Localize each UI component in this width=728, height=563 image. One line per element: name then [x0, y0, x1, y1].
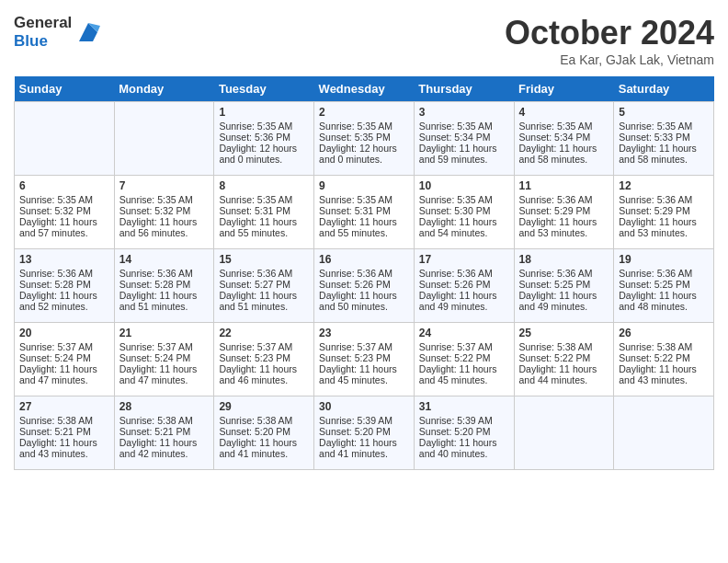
day-info: Daylight: 11 hours: [219, 437, 309, 448]
day-info: Sunrise: 5:36 AM: [519, 268, 609, 279]
day-info: and 59 minutes.: [419, 154, 509, 165]
calendar-cell: 11Sunrise: 5:36 AMSunset: 5:29 PMDayligh…: [514, 176, 614, 249]
calendar-cell: 30Sunrise: 5:39 AMSunset: 5:20 PMDayligh…: [314, 396, 415, 470]
day-info: Sunrise: 5:36 AM: [519, 194, 609, 205]
day-number: 4: [519, 106, 609, 119]
day-info: Daylight: 11 hours: [419, 437, 509, 448]
day-number: 26: [619, 327, 709, 339]
day-info: Sunrise: 5:37 AM: [319, 341, 409, 352]
day-info: Daylight: 11 hours: [319, 363, 409, 374]
day-info: Daylight: 11 hours: [319, 290, 409, 301]
day-info: and 43 minutes.: [619, 374, 709, 385]
day-info: Daylight: 11 hours: [419, 363, 509, 374]
day-info: and 55 minutes.: [319, 227, 409, 238]
day-info: Daylight: 12 hours: [319, 143, 409, 154]
day-number: 3: [419, 106, 509, 119]
logo-text: General Blue: [14, 14, 102, 52]
day-number: 23: [319, 327, 409, 339]
weekday-header-thursday: Thursday: [414, 76, 514, 102]
day-info: and 51 minutes.: [219, 301, 309, 312]
calendar-cell: [514, 396, 614, 470]
calendar-week-3: 13Sunrise: 5:36 AMSunset: 5:28 PMDayligh…: [15, 249, 714, 323]
day-info: Sunset: 5:23 PM: [219, 352, 309, 363]
day-info: and 45 minutes.: [319, 374, 409, 385]
calendar-cell: 27Sunrise: 5:38 AMSunset: 5:21 PMDayligh…: [15, 396, 115, 470]
day-info: Sunset: 5:34 PM: [419, 132, 509, 143]
day-info: Sunrise: 5:36 AM: [19, 268, 109, 279]
day-number: 1: [219, 106, 309, 119]
calendar-cell: 20Sunrise: 5:37 AMSunset: 5:24 PMDayligh…: [15, 323, 115, 396]
day-number: 24: [419, 327, 509, 339]
day-info: Daylight: 11 hours: [19, 363, 109, 374]
day-info: Sunset: 5:29 PM: [619, 205, 709, 216]
day-info: and 53 minutes.: [519, 227, 609, 238]
calendar-cell: 14Sunrise: 5:36 AMSunset: 5:28 PMDayligh…: [114, 249, 214, 323]
day-number: 13: [19, 253, 109, 266]
weekday-header-friday: Friday: [514, 76, 614, 102]
calendar-header: SundayMondayTuesdayWednesdayThursdayFrid…: [15, 76, 714, 102]
day-number: 12: [619, 179, 709, 192]
day-info: Sunrise: 5:38 AM: [519, 341, 609, 352]
day-info: Sunset: 5:20 PM: [419, 426, 509, 437]
day-info: Sunrise: 5:37 AM: [219, 341, 309, 352]
day-info: Daylight: 11 hours: [419, 290, 509, 301]
calendar-cell: 13Sunrise: 5:36 AMSunset: 5:28 PMDayligh…: [15, 249, 115, 323]
day-number: 29: [219, 400, 309, 413]
day-info: Sunrise: 5:39 AM: [319, 415, 409, 426]
logo: General Blue: [14, 14, 102, 52]
day-info: Daylight: 11 hours: [119, 290, 210, 301]
calendar-cell: 28Sunrise: 5:38 AMSunset: 5:21 PMDayligh…: [114, 396, 214, 470]
day-info: Sunset: 5:21 PM: [19, 426, 109, 437]
day-info: Sunset: 5:24 PM: [119, 352, 210, 363]
day-number: 18: [519, 253, 609, 266]
day-info: Sunset: 5:30 PM: [419, 205, 509, 216]
day-info: Daylight: 11 hours: [219, 290, 309, 301]
day-info: Sunset: 5:36 PM: [219, 132, 309, 143]
day-info: Daylight: 11 hours: [119, 437, 210, 448]
day-number: 6: [19, 179, 109, 192]
calendar-week-4: 20Sunrise: 5:37 AMSunset: 5:24 PMDayligh…: [15, 323, 714, 396]
day-info: and 41 minutes.: [219, 448, 309, 459]
day-number: 17: [419, 253, 509, 266]
day-info: Sunrise: 5:36 AM: [619, 194, 709, 205]
day-number: 19: [619, 253, 709, 266]
calendar-cell: [114, 102, 214, 176]
day-info: and 50 minutes.: [319, 301, 409, 312]
day-info: Daylight: 11 hours: [119, 363, 210, 374]
day-info: and 44 minutes.: [519, 374, 609, 385]
day-info: Sunset: 5:33 PM: [619, 132, 709, 143]
calendar-table: SundayMondayTuesdayWednesdayThursdayFrid…: [14, 76, 714, 470]
day-number: 8: [219, 179, 309, 192]
calendar-cell: 12Sunrise: 5:36 AMSunset: 5:29 PMDayligh…: [614, 176, 714, 249]
day-number: 30: [319, 400, 409, 413]
day-info: Sunrise: 5:37 AM: [119, 341, 210, 352]
day-info: and 58 minutes.: [519, 154, 609, 165]
day-info: Sunrise: 5:39 AM: [419, 415, 509, 426]
day-number: 20: [19, 327, 109, 339]
weekday-header-monday: Monday: [114, 76, 214, 102]
day-info: and 49 minutes.: [419, 301, 509, 312]
day-info: Sunrise: 5:36 AM: [319, 268, 409, 279]
day-info: and 47 minutes.: [119, 374, 210, 385]
day-info: and 57 minutes.: [19, 227, 109, 238]
day-info: Sunrise: 5:35 AM: [219, 194, 309, 205]
day-info: Sunset: 5:29 PM: [519, 205, 609, 216]
day-info: Daylight: 11 hours: [619, 143, 709, 154]
calendar-cell: 4Sunrise: 5:35 AMSunset: 5:34 PMDaylight…: [514, 102, 614, 176]
calendar-body: 1Sunrise: 5:35 AMSunset: 5:36 PMDaylight…: [15, 102, 714, 470]
day-number: 11: [519, 179, 609, 192]
day-info: Sunset: 5:31 PM: [319, 205, 409, 216]
weekday-header-saturday: Saturday: [614, 76, 714, 102]
calendar-cell: [15, 102, 115, 176]
day-info: Sunrise: 5:38 AM: [19, 415, 109, 426]
day-info: Sunset: 5:28 PM: [19, 279, 109, 290]
day-number: 10: [419, 179, 509, 192]
day-info: Sunrise: 5:35 AM: [319, 121, 409, 132]
day-info: Sunset: 5:35 PM: [319, 132, 409, 143]
day-info: Sunset: 5:20 PM: [219, 426, 309, 437]
day-info: Sunset: 5:31 PM: [219, 205, 309, 216]
day-info: and 0 minutes.: [219, 154, 309, 165]
day-info: Daylight: 11 hours: [519, 216, 609, 227]
day-number: 5: [619, 106, 709, 119]
calendar-cell: 10Sunrise: 5:35 AMSunset: 5:30 PMDayligh…: [414, 176, 514, 249]
